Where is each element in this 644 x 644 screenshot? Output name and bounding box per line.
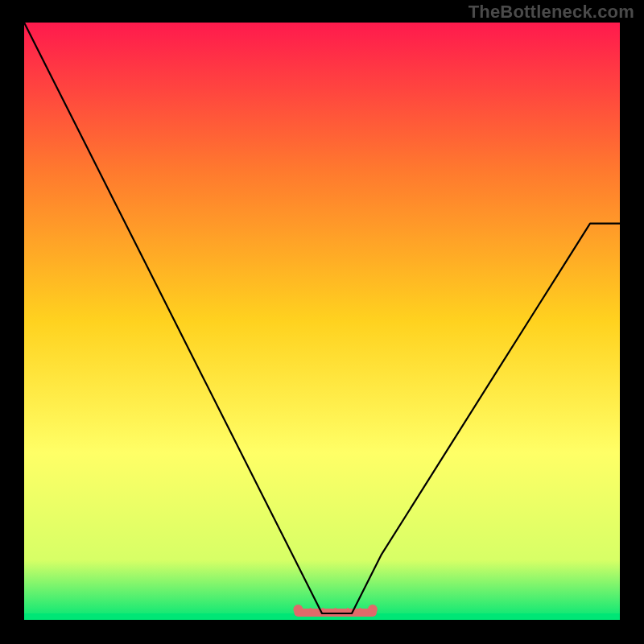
bottleneck-chart xyxy=(24,23,620,620)
svg-point-1 xyxy=(293,605,303,614)
watermark-text: TheBottleneck.com xyxy=(469,2,634,23)
svg-point-2 xyxy=(368,605,378,614)
chart-frame: TheBottleneck.com xyxy=(0,0,644,644)
gradient-background xyxy=(24,23,620,620)
